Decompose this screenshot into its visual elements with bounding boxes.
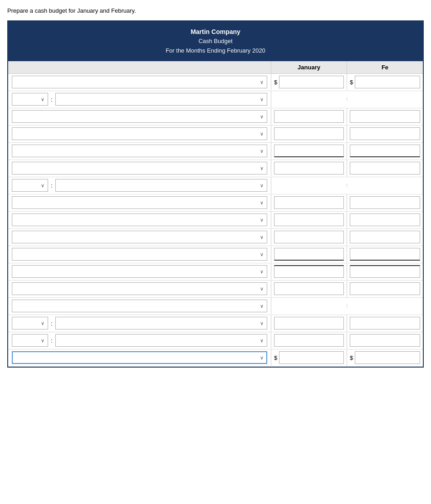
row17-label [8, 349, 271, 366]
row17-feb-input[interactable] [355, 351, 420, 364]
row2-label: : [8, 91, 271, 107]
row11-select-wrapper [12, 248, 267, 261]
row13-jan-input[interactable] [274, 282, 344, 295]
row11-select[interactable] [12, 248, 267, 261]
row2-select-small[interactable] [12, 93, 48, 106]
january-col-header: January [271, 61, 347, 73]
row3-feb-cell [347, 108, 423, 125]
table-row [8, 298, 423, 315]
row10-feb-input[interactable] [350, 231, 420, 243]
row8-jan-input[interactable] [274, 196, 344, 209]
row1-feb-input[interactable] [355, 76, 420, 88]
row8-select[interactable] [12, 196, 267, 209]
row7-select-small-wrapper [12, 179, 48, 192]
row6-select[interactable] [12, 162, 267, 174]
row9-select[interactable] [12, 213, 267, 226]
row12-select[interactable] [12, 265, 267, 278]
table-row-highlight: $ $ [8, 349, 423, 367]
row5-label [8, 143, 271, 159]
row5-feb-input[interactable] [350, 145, 420, 157]
row13-select[interactable] [12, 282, 267, 295]
row15-jan-input[interactable] [274, 317, 344, 330]
row3-feb-input[interactable] [350, 110, 420, 123]
row4-feb-cell [347, 126, 423, 142]
row9-feb-input[interactable] [350, 213, 420, 226]
row14-feb-cell [347, 304, 423, 308]
table-row [8, 160, 423, 177]
row4-jan-input[interactable] [274, 127, 344, 140]
row1-jan-cell: $ [271, 74, 347, 90]
row16-colon: : [51, 337, 53, 344]
row15-select-large[interactable] [55, 317, 267, 330]
row9-jan-input[interactable] [274, 213, 344, 226]
table-row: : [8, 177, 423, 194]
row3-select[interactable] [12, 110, 267, 123]
row13-label [8, 281, 271, 297]
row9-label [8, 212, 271, 228]
table-row [8, 229, 423, 246]
table-header: Martin Company Cash Budget For the Month… [8, 21, 423, 61]
row1-jan-input[interactable] [279, 76, 344, 88]
row16-select-large-wrapper [55, 334, 267, 347]
row17-feb-dollar: $ [350, 354, 353, 361]
row15-feb-input[interactable] [350, 317, 420, 330]
table-row [8, 126, 423, 143]
row14-select[interactable] [12, 300, 267, 312]
row3-label [8, 108, 271, 125]
row6-select-wrapper [12, 162, 267, 174]
february-col-header: Fe [347, 61, 423, 73]
row15-colon: : [51, 320, 53, 327]
row17-jan-input[interactable] [279, 351, 344, 364]
row16-jan-cell [271, 332, 347, 349]
row4-feb-input[interactable] [350, 127, 420, 140]
row7-label: : [8, 177, 271, 194]
table-row: : [8, 91, 423, 108]
row5-feb-cell [347, 143, 423, 159]
row3-jan-cell [271, 108, 347, 125]
row16-jan-input[interactable] [274, 334, 344, 347]
row2-feb-cell [347, 97, 423, 101]
row4-select-wrapper [12, 127, 267, 140]
row7-jan-cell [271, 184, 347, 187]
row10-select[interactable] [12, 231, 267, 243]
row16-feb-input[interactable] [350, 334, 420, 347]
row6-jan-input[interactable] [274, 162, 344, 174]
row3-jan-input[interactable] [274, 110, 344, 123]
row14-jan-cell [271, 304, 347, 308]
row17-select[interactable] [12, 351, 267, 364]
row4-select[interactable] [12, 127, 267, 140]
row10-jan-cell [271, 229, 347, 245]
row8-feb-cell [347, 194, 423, 211]
row12-feb-input[interactable] [350, 265, 420, 278]
row12-select-wrapper [12, 265, 267, 278]
row10-label [8, 229, 271, 245]
row15-select-large-wrapper [55, 317, 267, 330]
row12-jan-input[interactable] [274, 265, 344, 278]
intro-text: Prepare a cash budget for January and Fe… [7, 7, 424, 14]
document-title: Cash Budget [12, 37, 419, 46]
row8-feb-input[interactable] [350, 196, 420, 209]
row13-feb-input[interactable] [350, 282, 420, 295]
row16-select-small[interactable] [12, 334, 48, 347]
row11-feb-input[interactable] [350, 248, 420, 261]
row2-select-large[interactable] [55, 93, 267, 106]
row8-select-wrapper [12, 196, 267, 209]
row17-jan-cell: $ [271, 349, 347, 366]
row11-jan-input[interactable] [274, 248, 344, 261]
row7-select-large[interactable] [55, 179, 267, 192]
row5-select[interactable] [12, 145, 267, 157]
row10-jan-input[interactable] [274, 231, 344, 243]
row15-select-small-wrapper [12, 317, 48, 330]
row16-feb-cell [347, 332, 423, 349]
row12-feb-cell [347, 263, 423, 280]
row1-select-wrapper [12, 76, 267, 88]
row6-feb-input[interactable] [350, 162, 420, 174]
row1-feb-dollar: $ [350, 79, 353, 86]
row1-label [8, 74, 271, 90]
row15-select-small[interactable] [12, 317, 48, 330]
row1-feb-cell: $ [347, 74, 423, 90]
row1-select[interactable] [12, 76, 267, 88]
row16-select-large[interactable] [55, 334, 267, 347]
row5-jan-input[interactable] [274, 145, 344, 157]
row7-select-small[interactable] [12, 179, 48, 192]
